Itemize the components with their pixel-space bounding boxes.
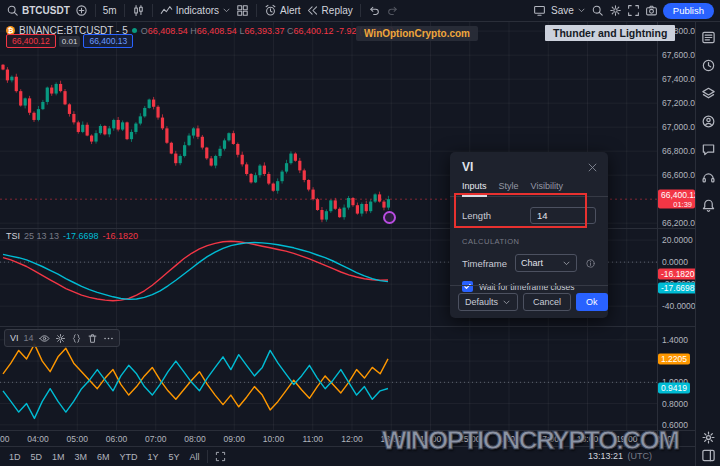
range-button-1m[interactable]: 1M [47,450,70,464]
pane-separator[interactable] [0,326,695,327]
alert-label: Alert [280,5,301,16]
layers-icon[interactable] [701,86,716,105]
replay-icon [306,4,319,17]
range-button-1d[interactable]: 1D [4,450,26,464]
dialog-title: VI [462,160,473,174]
watchlist-icon[interactable] [701,30,716,49]
toolbar-right-group: Save Publish [533,3,714,19]
timeframe-select[interactable]: Chart [515,254,577,272]
support-icon[interactable] [701,170,716,189]
fullscreen-icon[interactable] [627,4,640,17]
calculation-section-label: CALCULATION [450,237,608,246]
tsi-legend[interactable]: TSI 25 13 13 -17.6698 -16.1820 [6,231,138,241]
toolbar-separator [360,4,361,17]
replay-button[interactable]: Replay [306,4,353,17]
layout-icon[interactable] [533,4,546,17]
last-price-tag: 66,400.1201:39 [658,190,695,209]
vi-legend-toolbar[interactable]: VI 14 [4,329,120,347]
redo-icon[interactable] [386,4,399,17]
spread-value: 0.01 [59,36,81,47]
more-icon[interactable] [103,333,114,344]
range-button-6m[interactable]: 6M [92,450,115,464]
sell-price-button[interactable]: 66,400.12 [6,34,56,48]
ideas-icon[interactable] [701,114,716,133]
settings-gear-icon[interactable] [609,4,622,17]
range-button-ytd[interactable]: YTD [115,450,143,464]
time-axis-label: 04:00 [27,434,48,444]
dialog-tab-style[interactable]: Style [499,178,519,196]
range-button-all[interactable]: All [185,450,205,464]
cancel-button[interactable]: Cancel [523,293,571,311]
undo-icon[interactable] [368,4,381,17]
chevron-down-icon [577,6,586,15]
chevron-down-icon [222,6,231,15]
chart-type-icon[interactable] [132,4,145,17]
quick-search-icon[interactable] [591,4,604,17]
dialog-tab-visibility[interactable]: Visibility [531,178,563,196]
indicators-label: Indicators [176,5,219,16]
purple-marker-icon[interactable] [383,211,396,224]
toolbar-separator [124,4,125,17]
time-axis-label: 03:00 [0,434,9,444]
length-input[interactable] [530,207,596,224]
right-sidebar [695,22,720,466]
indicator-value-tag: 1.2205 [658,353,690,364]
tsi-params: 25 13 13 [24,231,59,241]
dialog-tab-inputs[interactable]: Inputs [462,178,487,196]
chat-icon[interactable] [701,142,716,161]
search-icon [6,4,19,17]
notifications-bell-icon[interactable] [701,198,716,217]
indicator-value-tag: 0.9419 [658,383,690,394]
range-button-5d[interactable]: 5D [26,450,48,464]
range-button-5y[interactable]: 5Y [164,450,185,464]
eye-icon[interactable] [39,333,50,344]
expand-pane-icon[interactable] [210,449,231,464]
timeframe-row: Timeframe Chart [450,254,608,272]
time-axis-label: 06:00 [106,434,127,444]
buy-price-button[interactable]: 66,400.13 [83,34,133,48]
length-row: Length [450,207,608,224]
alert-button[interactable]: Alert [264,4,301,17]
indicator-value-tag: -17.6698 [658,282,698,293]
defaults-label: Defaults [465,297,498,307]
clock[interactable]: 13:13:21 (UTC) [588,451,652,461]
info-icon[interactable] [585,258,596,269]
clock-timezone: (UTC) [628,451,653,461]
site-badge: WinOptionCrypto.com [356,26,478,41]
tsi-signal-value: -17.6698 [63,231,99,241]
toolbar-separator [95,4,96,17]
toolbar-separator [152,4,153,17]
defaults-button[interactable]: Defaults [458,293,518,311]
time-axis-label: 12:00 [341,434,362,444]
vi-title: VI [10,333,19,343]
alerts-clock-icon[interactable] [701,58,716,77]
indicators-button[interactable]: Indicators [160,4,231,17]
time-axis-label: 09:00 [224,434,245,444]
bottom-gear-icon[interactable] [701,430,716,449]
range-button-1y[interactable]: 1Y [143,450,164,464]
price-axis[interactable]: 67,800.0067,600.0067,400.0067,200.0067,0… [658,22,695,446]
range-button-3m[interactable]: 3M [70,450,93,464]
tsi-title: TSI [6,231,20,241]
top-toolbar: BTCUSDT 5m Indicators Alert Replay [0,0,720,22]
gear-icon[interactable] [55,333,66,344]
object-tree-panel-icon[interactable] [701,448,716,466]
alert-clock-icon [264,4,277,17]
publish-button[interactable]: Publish [663,3,714,19]
symbol-search-button[interactable]: BTCUSDT [6,4,70,17]
delete-icon[interactable] [87,333,98,344]
ok-button[interactable]: Ok [576,293,608,311]
bar-countdown: 01:39 [661,201,692,209]
strategy-badge: Thunder and Lightning [545,25,675,41]
dialog-tabs: InputsStyleVisibility [450,178,608,197]
time-axis-label: 07:00 [145,434,166,444]
save-button[interactable]: Save [551,5,586,16]
source-icon[interactable] [71,333,82,344]
compare-add-icon[interactable] [75,4,88,17]
price-tick-label: 0.0000 [662,257,688,267]
close-icon[interactable] [587,162,598,173]
interval-button[interactable]: 5m [103,5,117,16]
bid-ask-buttons: 66,400.12 0.01 66,400.13 [6,34,133,48]
indicator-templates-icon[interactable] [236,4,249,17]
screenshot-camera-icon[interactable] [645,4,658,17]
